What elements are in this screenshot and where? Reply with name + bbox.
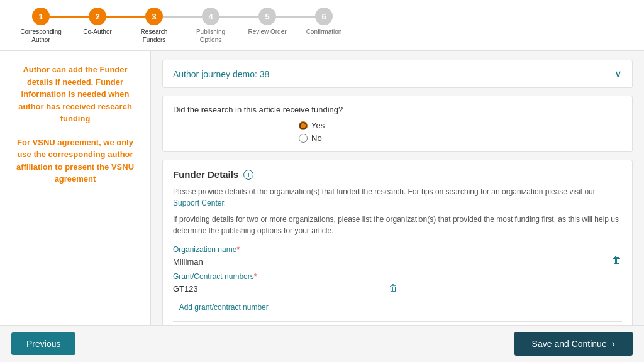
radio-yes-text: Yes bbox=[311, 121, 325, 130]
step-1-circle: 1 bbox=[32, 8, 50, 25]
footer-bar: Previous Save and Continue › bbox=[0, 325, 644, 362]
step-5[interactable]: 5 Review Order bbox=[239, 8, 296, 36]
radio-no-label[interactable]: No bbox=[299, 133, 622, 143]
step-2[interactable]: 2 Co-Author bbox=[69, 8, 126, 36]
radio-yes-label[interactable]: Yes bbox=[299, 121, 622, 130]
funder-desc-2: If providing details for two or more org… bbox=[173, 214, 622, 236]
step-3-circle: 3 bbox=[145, 8, 163, 25]
funder-details-title: Funder Details bbox=[173, 169, 238, 180]
step-5-circle: 5 bbox=[258, 8, 276, 25]
grant-row: Grant/Contract numbers* 🗑 bbox=[173, 272, 397, 295]
step-6-circle: 6 bbox=[315, 8, 333, 25]
step-1-label: CorrespondingAuthor bbox=[20, 28, 62, 44]
radio-no-text: No bbox=[311, 133, 322, 143]
delete-grant-icon[interactable]: 🗑 bbox=[389, 283, 397, 293]
step-5-label: Review Order bbox=[248, 28, 286, 36]
grant-input[interactable] bbox=[173, 283, 382, 295]
funder-details-section: Funder Details i Please provide details … bbox=[162, 160, 633, 325]
step-4-label: PublishingOptions bbox=[196, 28, 225, 44]
accordion-title: Author journey demo: 38 bbox=[173, 69, 269, 79]
sidebar-text-1: Author can add the Funder details if nee… bbox=[11, 63, 139, 125]
funder-desc-1: Please provide details of the organizati… bbox=[173, 186, 622, 209]
save-continue-label: Save and Continue bbox=[532, 339, 607, 349]
chevron-down-icon: ∨ bbox=[614, 68, 622, 80]
previous-button[interactable]: Previous bbox=[11, 332, 75, 355]
org-required-star: * bbox=[236, 245, 240, 254]
org-name-field-group: Organization name* bbox=[173, 245, 604, 268]
sidebar-text-2: For VSNU agreement, we only use the corr… bbox=[11, 136, 139, 185]
delete-org-icon[interactable]: 🗑 bbox=[612, 255, 622, 266]
step-6[interactable]: 6 Confirmation bbox=[296, 8, 352, 36]
info-icon[interactable]: i bbox=[243, 170, 253, 180]
step-2-circle: 2 bbox=[89, 8, 106, 25]
step-4-circle: 4 bbox=[202, 8, 219, 25]
funding-question-section: Did the research in this article receive… bbox=[162, 96, 633, 152]
org-name-row: Organization name* 🗑 bbox=[173, 245, 622, 268]
grant-label: Grant/Contract numbers* bbox=[173, 272, 382, 281]
add-grant-link[interactable]: + Add grant/contract number bbox=[173, 303, 269, 312]
funding-question-label: Did the research in this article receive… bbox=[173, 105, 622, 114]
org-name-input[interactable] bbox=[173, 256, 604, 268]
org-name-label: Organization name* bbox=[173, 245, 604, 254]
support-center-link[interactable]: Support Center bbox=[173, 199, 224, 207]
grant-required-star: * bbox=[254, 272, 257, 281]
step-4[interactable]: 4 PublishingOptions bbox=[182, 8, 239, 44]
content-area: Author journey demo: 38 ∨ Did the resear… bbox=[151, 51, 644, 325]
funder-title-row: Funder Details i bbox=[173, 169, 622, 180]
radio-yes[interactable] bbox=[299, 121, 308, 130]
grant-field-group: Grant/Contract numbers* bbox=[173, 272, 382, 295]
accordion[interactable]: Author journey demo: 38 ∨ bbox=[162, 60, 633, 88]
sidebar: Author can add the Funder details if nee… bbox=[0, 51, 151, 325]
arrow-icon: › bbox=[612, 338, 615, 349]
step-3-label: ResearchFunders bbox=[141, 28, 168, 44]
funding-radio-group: Yes No bbox=[299, 121, 622, 143]
step-2-label: Co-Author bbox=[83, 28, 112, 36]
step-6-label: Confirmation bbox=[306, 28, 342, 36]
step-1[interactable]: 1 CorrespondingAuthor bbox=[13, 8, 69, 44]
save-continue-button[interactable]: Save and Continue › bbox=[514, 332, 633, 356]
divider bbox=[173, 321, 622, 322]
stepper: 1 CorrespondingAuthor 2 Co-Author 3 Rese… bbox=[0, 0, 644, 51]
radio-no[interactable] bbox=[299, 134, 308, 143]
step-3[interactable]: 3 ResearchFunders bbox=[126, 8, 182, 44]
accordion-header[interactable]: Author journey demo: 38 ∨ bbox=[163, 60, 632, 87]
